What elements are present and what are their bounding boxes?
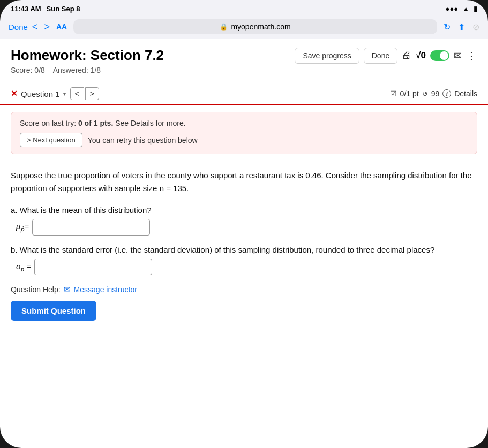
more-options-icon[interactable]: ⋮ [466, 49, 477, 62]
refresh-icon[interactable]: ↻ [444, 22, 451, 32]
score-notice-text: Score on last try: 0 of 1 pts. See Detai… [20, 119, 468, 127]
next-question-row: > Next question You can retry this quest… [20, 133, 468, 147]
question-nav-row: ✕ Question 1 ▾ < > ☑ 0/1 pt ↺ 99 i Detai… [0, 83, 488, 105]
page-title: Homework: Section 7.2 [11, 47, 164, 64]
score-notice-bold: 0 of 1 pts. [78, 119, 113, 127]
score-row: Score: 0/8 Answered: 1/8 [11, 66, 477, 74]
checkbox-icon: ☑ [390, 89, 397, 98]
part-a-input[interactable] [32, 219, 150, 236]
retry-icon: ↺ [422, 90, 428, 98]
next-question-button-inline[interactable]: > Next question [20, 133, 82, 147]
status-bar-left: 11:43 AM Sun Sep 8 [11, 5, 80, 13]
problem-text: Suppose the true proportion of voters in… [11, 169, 477, 195]
print-icon[interactable]: 🖨 [402, 50, 411, 61]
part-a-math-label: μp̂= [16, 222, 29, 233]
part-b-math-label: σp = [16, 262, 31, 272]
score-notice-prefix: Score on last try: [20, 119, 78, 127]
status-bar: 11:43 AM Sun Sep 8 ●●● ▲ ▮ [0, 0, 488, 17]
done-button[interactable]: Done [364, 48, 397, 64]
back-nav-button[interactable]: < [30, 20, 40, 34]
url-text: myopenmath.com [231, 22, 290, 31]
part-a-label: a. What is the mean of this distribution… [11, 206, 477, 215]
page-title-row: Homework: Section 7.2 Save progress Done… [11, 47, 477, 64]
submit-question-button[interactable]: Submit Question [11, 301, 96, 321]
toggle-switch[interactable] [430, 50, 449, 61]
status-bar-right: ●●● ▲ ▮ [446, 5, 477, 13]
signal-icon: ●●● [446, 5, 459, 13]
question-help: Question Help: ✉ Message instructor [11, 285, 477, 294]
next-question-button[interactable]: > [85, 87, 99, 100]
question-help-label: Question Help: [11, 285, 61, 294]
chevron-down-icon[interactable]: ▾ [63, 91, 66, 97]
part-b-input-row: σp = [16, 259, 477, 275]
score-notice-suffix: See Details for more. [113, 119, 185, 127]
info-icon[interactable]: i [442, 89, 451, 98]
page-header: Homework: Section 7.2 Save progress Done… [0, 39, 488, 83]
save-progress-button[interactable]: Save progress [295, 48, 359, 64]
text-size-button[interactable]: AA [56, 22, 67, 31]
time: 11:43 AM [11, 5, 41, 13]
x-mark-icon: ✕ [11, 89, 18, 98]
score-notice: Score on last try: 0 of 1 pts. See Detai… [11, 112, 477, 154]
question-select[interactable]: ✕ Question 1 ▾ [11, 89, 66, 98]
part-a: a. What is the mean of this distribution… [11, 206, 477, 236]
details-link[interactable]: Details [454, 89, 477, 98]
header-actions: Save progress Done 🖨 √0 ✉ ⋮ [295, 48, 477, 64]
lock-icon: 🔒 [220, 23, 228, 31]
wifi-icon: ▲ [462, 5, 469, 13]
part-b-input[interactable] [34, 259, 152, 275]
answered-text: Answered: 1/8 [53, 66, 101, 74]
question-label: Question 1 [21, 89, 60, 98]
share-icon[interactable]: ⬆ [458, 22, 465, 32]
problem-text-content: Suppose the true proportion of voters in… [11, 171, 472, 193]
part-b-label: b. What is the standard error (i.e. the … [11, 245, 477, 254]
browser-actions: ↻ ⬆ ⊘ [444, 22, 479, 32]
noscript-icon[interactable]: ⊘ [472, 22, 479, 32]
retry-text: You can retry this question below [88, 136, 198, 145]
part-a-input-row: μp̂= [16, 219, 477, 236]
question-nav-right: ☑ 0/1 pt ↺ 99 i Details [390, 89, 477, 98]
points-text: 0/1 pt [400, 89, 419, 98]
url-bar[interactable]: 🔒 myopenmath.com [73, 19, 437, 34]
main-content: Homework: Section 7.2 Save progress Done… [0, 39, 488, 448]
mail-header-icon[interactable]: ✉ [454, 50, 462, 62]
sqrt-icon: √0 [416, 50, 426, 61]
question-nav-arrows: < > [70, 87, 99, 100]
prev-question-button[interactable]: < [70, 87, 84, 100]
retry-count: 99 [431, 89, 440, 98]
score-text: Score: 0/8 [11, 66, 45, 74]
date: Sun Sep 8 [47, 5, 80, 13]
question-nav-left: ✕ Question 1 ▾ < > [11, 87, 99, 100]
done-nav-button[interactable]: Done [9, 22, 28, 32]
mail-help-icon: ✉ [64, 285, 71, 294]
forward-nav-button[interactable]: > [42, 20, 52, 34]
browser-nav: Done < > AA [9, 20, 67, 34]
message-instructor-link[interactable]: Message instructor [74, 285, 137, 294]
battery-icon: ▮ [474, 5, 477, 13]
part-b: b. What is the standard error (i.e. the … [11, 245, 477, 275]
problem-body: Suppose the true proportion of voters in… [0, 161, 488, 329]
browser-bar: Done < > AA 🔒 myopenmath.com ↻ ⬆ ⊘ [0, 17, 488, 39]
